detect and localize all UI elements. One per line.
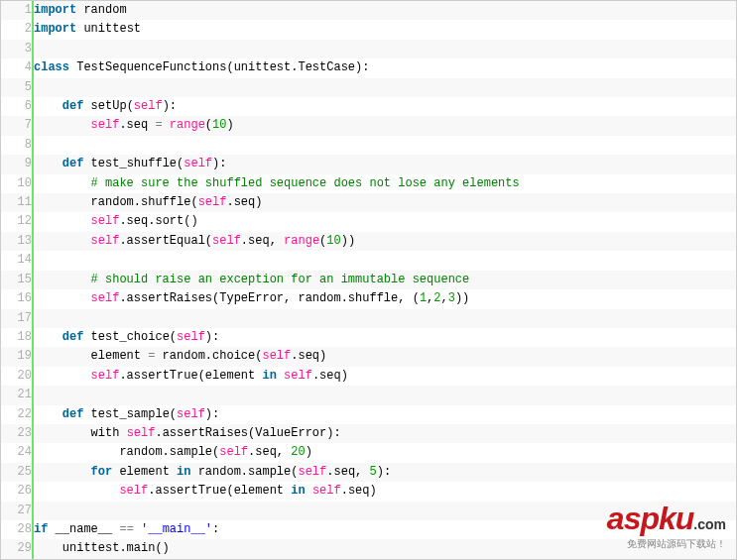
code-content: def test_choice(self): xyxy=(33,328,736,347)
line-number: 5 xyxy=(1,78,33,97)
code-content: element = random.choice(self.seq) xyxy=(33,347,736,366)
code-table: 1import random2import unittest3 4class T… xyxy=(1,1,736,559)
code-content xyxy=(33,78,736,97)
line-number: 21 xyxy=(1,386,33,404)
line-number: 26 xyxy=(1,482,33,501)
code-line: 15 # should raise an exception for an im… xyxy=(1,271,736,289)
code-line: 11 random.shuffle(self.seq) xyxy=(1,193,736,212)
code-line: 4class TestSequenceFunctions(unittest.Te… xyxy=(1,58,736,77)
code-content: if __name__ == '__main__': xyxy=(33,520,736,539)
code-line: 6 def setUp(self): xyxy=(1,97,736,116)
code-line: 19 element = random.choice(self.seq) xyxy=(1,347,736,366)
code-line: 8 xyxy=(1,136,736,155)
code-content: # make sure the shuffled sequence does n… xyxy=(33,174,736,193)
code-content xyxy=(33,136,736,155)
code-content: def test_sample(self): xyxy=(33,405,736,424)
code-content: random.shuffle(self.seq) xyxy=(33,193,736,212)
line-number: 28 xyxy=(1,520,33,539)
code-line: 29 unittest.main() xyxy=(1,539,736,558)
code-content: random.sample(self.seq, 20) xyxy=(33,443,736,462)
line-number: 15 xyxy=(1,271,33,289)
code-content: class TestSequenceFunctions(unittest.Tes… xyxy=(33,58,736,77)
code-line: 28if __name__ == '__main__': xyxy=(1,520,736,539)
code-line: 23 with self.assertRaises(ValueError): xyxy=(1,424,736,443)
line-number: 11 xyxy=(1,193,33,212)
code-line: 10 # make sure the shuffled sequence doe… xyxy=(1,174,736,193)
line-number: 3 xyxy=(1,40,33,58)
line-number: 27 xyxy=(1,502,33,520)
line-number: 20 xyxy=(1,367,33,386)
code-line: 17 xyxy=(1,309,736,328)
code-content xyxy=(33,251,736,270)
code-content: self.assertTrue(element in self.seq) xyxy=(33,482,736,501)
line-number: 23 xyxy=(1,424,33,443)
code-line: 27 xyxy=(1,502,736,520)
line-number: 6 xyxy=(1,97,33,116)
code-line: 3 xyxy=(1,40,736,58)
code-content xyxy=(33,40,736,58)
line-number: 4 xyxy=(1,58,33,77)
line-number: 8 xyxy=(1,136,33,155)
code-line: 7 self.seq = range(10) xyxy=(1,116,736,135)
code-line: 25 for element in random.sample(self.seq… xyxy=(1,463,736,482)
code-line: 18 def test_choice(self): xyxy=(1,328,736,347)
line-number: 10 xyxy=(1,174,33,193)
code-content: with self.assertRaises(ValueError): xyxy=(33,424,736,443)
code-line: 9 def test_shuffle(self): xyxy=(1,155,736,173)
line-number: 7 xyxy=(1,116,33,135)
code-content: self.seq.sort() xyxy=(33,212,736,231)
code-content: def test_shuffle(self): xyxy=(33,155,736,173)
code-line: 16 self.assertRaises(TypeError, random.s… xyxy=(1,289,736,308)
code-content: self.seq = range(10) xyxy=(33,116,736,135)
line-number: 16 xyxy=(1,289,33,308)
line-number: 13 xyxy=(1,232,33,251)
code-content: for element in random.sample(self.seq, 5… xyxy=(33,463,736,482)
code-content: self.assertRaises(TypeError, random.shuf… xyxy=(33,289,736,308)
code-content: import random xyxy=(33,1,736,20)
code-line: 20 self.assertTrue(element in self.seq) xyxy=(1,367,736,386)
code-line: 22 def test_sample(self): xyxy=(1,405,736,424)
code-line: 26 self.assertTrue(element in self.seq) xyxy=(1,482,736,501)
code-line: 2import unittest xyxy=(1,20,736,39)
line-number: 12 xyxy=(1,212,33,231)
line-number: 2 xyxy=(1,20,33,39)
code-line: 1import random xyxy=(1,1,736,20)
code-content: unittest.main() xyxy=(33,539,736,558)
code-content: def setUp(self): xyxy=(33,97,736,116)
line-number: 14 xyxy=(1,251,33,270)
line-number: 24 xyxy=(1,443,33,462)
line-number: 19 xyxy=(1,347,33,366)
code-content xyxy=(33,309,736,328)
code-line: 21 xyxy=(1,386,736,404)
code-content: import unittest xyxy=(33,20,736,39)
code-line: 24 random.sample(self.seq, 20) xyxy=(1,443,736,462)
line-number: 18 xyxy=(1,328,33,347)
code-content xyxy=(33,386,736,404)
code-line: 12 self.seq.sort() xyxy=(1,212,736,231)
line-number: 1 xyxy=(1,1,33,20)
code-content: self.assertEqual(self.seq, range(10)) xyxy=(33,232,736,251)
code-line: 13 self.assertEqual(self.seq, range(10)) xyxy=(1,232,736,251)
code-content: # should raise an exception for an immut… xyxy=(33,271,736,289)
code-line: 5 xyxy=(1,78,736,97)
line-number: 9 xyxy=(1,155,33,173)
code-content: self.assertTrue(element in self.seq) xyxy=(33,367,736,386)
code-content xyxy=(33,502,736,520)
line-number: 29 xyxy=(1,539,33,558)
line-number: 25 xyxy=(1,463,33,482)
code-line: 14 xyxy=(1,251,736,270)
line-number: 22 xyxy=(1,405,33,424)
line-number: 17 xyxy=(1,309,33,328)
